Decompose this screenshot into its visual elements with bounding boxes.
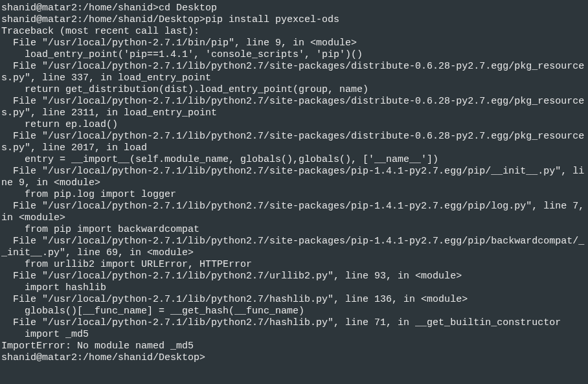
shell-command: pip install pyexcel-ods: [205, 14, 339, 25]
terminal-output-line: Traceback (most recent call last):: [1, 26, 587, 38]
shell-command: cd Desktop: [159, 3, 217, 14]
terminal-output-line: from pip.log import logger: [1, 189, 587, 201]
terminal-output-line: File "/usr/local/python-2.7.1/lib/python…: [1, 96, 587, 119]
terminal-output-line: File "/usr/local/python-2.7.1/lib/python…: [1, 131, 587, 154]
shell-prompt-line[interactable]: shanid@matar2:/home/shanid/Desktop>: [1, 352, 587, 364]
terminal-output-line: File "/usr/local/python-2.7.1/lib/python…: [1, 61, 587, 84]
shell-prompt-line[interactable]: shanid@matar2:/home/shanid/Desktop>pip i…: [1, 14, 587, 26]
terminal-output-line: globals()[__func_name] = __get_hash(__fu…: [1, 306, 587, 317]
terminal-output-line: entry = __import__(self.module_name, glo…: [1, 154, 587, 166]
terminal-output-line: File "/usr/local/python-2.7.1/lib/python…: [1, 236, 587, 259]
terminal-output-line: import hashlib: [1, 282, 587, 294]
terminal-output-line: File "/usr/local/python-2.7.1/lib/python…: [1, 294, 587, 306]
shell-prompt-line[interactable]: shanid@matar2:/home/shanid>cd Desktop: [1, 3, 587, 14]
terminal-output-line: import _md5: [1, 329, 587, 341]
terminal-output-line: return ep.load(): [1, 119, 587, 131]
terminal-output-line: File "/usr/local/python-2.7.1/lib/python…: [1, 201, 587, 224]
terminal-output-line: File "/usr/local/python-2.7.1/bin/pip", …: [1, 38, 587, 49]
shell-prompt: shanid@matar2:/home/shanid/Desktop>: [1, 352, 205, 363]
terminal-output-line: File "/usr/local/python-2.7.1/lib/python…: [1, 317, 587, 329]
terminal-output-line: File "/usr/local/python-2.7.1/lib/python…: [1, 166, 587, 189]
terminal-output-line: from pip import backwardcompat: [1, 224, 587, 236]
shell-prompt: shanid@matar2:/home/shanid/Desktop>: [1, 14, 205, 25]
terminal-output-line: return get_distribution(dist).load_entry…: [1, 84, 587, 96]
shell-prompt: shanid@matar2:/home/shanid>: [1, 3, 159, 14]
terminal-output-line: ImportError: No module named _md5: [1, 341, 587, 352]
terminal-output-line: File "/usr/local/python-2.7.1/lib/python…: [1, 271, 587, 282]
terminal-viewport[interactable]: shanid@matar2:/home/shanid>cd Desktopsha…: [0, 0, 588, 367]
terminal-output-line: from urllib2 import URLError, HTTPError: [1, 259, 587, 271]
terminal-output-line: load_entry_point('pip==1.4.1', 'console_…: [1, 49, 587, 61]
